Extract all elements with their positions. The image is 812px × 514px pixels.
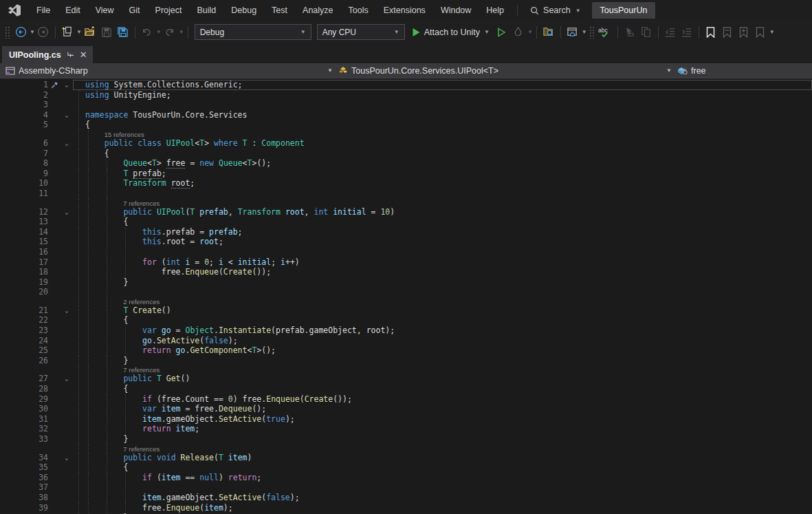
line-number[interactable]: 17 (0, 257, 48, 268)
save-all-button[interactable] (115, 24, 131, 41)
code-line[interactable]: 29 if (free.Count == 0) free.Enqueue(Cre… (0, 394, 812, 405)
fold-chevron-icon[interactable]: ⌄ (61, 110, 73, 120)
code-line[interactable]: 14 this.prefab = prefab; (0, 227, 812, 237)
solution-name-button[interactable]: TousPourUn (592, 2, 656, 19)
code-line[interactable]: 1⌄using System.Collections.Generic; (0, 80, 812, 90)
fold-chevron-icon[interactable]: ⌄ (61, 374, 73, 384)
increase-indent-button[interactable] (679, 24, 695, 41)
tab-uipooling[interactable]: UIPooling.cs ✕ (2, 46, 93, 63)
code-line[interactable]: 34⌄ public void Release(T item) (0, 453, 812, 463)
code-line[interactable]: 6⌄ public class UIPool<T> where T : Comp… (0, 138, 812, 149)
spell-check-button[interactable]: abc (597, 24, 614, 41)
new-project-dropdown[interactable]: ▼ (76, 29, 82, 35)
undo-dropdown[interactable]: ▼ (156, 29, 162, 35)
code-line[interactable]: 27⌄ public T Get() (0, 374, 812, 384)
line-number[interactable]: 32 (0, 424, 48, 434)
fold-chevron-icon[interactable]: ⌄ (61, 207, 73, 217)
next-bookmark-button[interactable] (736, 24, 752, 41)
code-line[interactable]: 18 free.Enqueue(Create()); (0, 267, 812, 277)
line-number[interactable]: 3 (0, 100, 48, 110)
code-line[interactable]: 36 if (item == null) return; (0, 473, 812, 483)
code-line[interactable]: 33 } (0, 434, 812, 445)
code-line[interactable]: 20 (0, 287, 812, 297)
line-number[interactable]: 35 (0, 462, 48, 473)
toolbar-grip[interactable] (589, 26, 595, 39)
menu-build[interactable]: Build (189, 1, 223, 19)
toggle-bookmark-button[interactable] (703, 24, 719, 41)
line-number[interactable]: 14 (0, 227, 48, 237)
code-line[interactable]: 5{ (0, 120, 812, 130)
menu-view[interactable]: View (88, 1, 122, 19)
menu-extensions[interactable]: Extensions (376, 1, 433, 19)
menu-tools[interactable]: Tools (341, 1, 376, 19)
line-number[interactable]: 31 (0, 414, 48, 425)
previous-bookmark-button[interactable] (719, 24, 736, 41)
line-number[interactable]: 16 (0, 247, 48, 257)
menu-project[interactable]: Project (148, 1, 190, 19)
line-number[interactable]: 33 (0, 434, 48, 445)
line-number[interactable]: 28 (0, 384, 48, 394)
start-without-debugging-button[interactable] (494, 24, 510, 41)
menu-window[interactable]: Window (433, 1, 479, 19)
code-line[interactable]: 26 } (0, 356, 812, 366)
code-line[interactable]: 24 go.SetActive(false); (0, 336, 812, 346)
navigate-back-button[interactable] (12, 24, 29, 41)
code-line[interactable]: 21⌄ T Create() (0, 306, 812, 316)
type-dropdown[interactable]: TousPourUn.Core.Services.UIPool<T> ▼ (338, 63, 677, 78)
duplicate-button[interactable] (638, 24, 655, 41)
code-line[interactable]: 4⌄namespace TousPourUn.Core.Services (0, 110, 812, 120)
menu-test[interactable]: Test (264, 1, 295, 19)
member-dropdown[interactable]: free (677, 63, 706, 78)
menu-debug[interactable]: Debug (223, 1, 264, 19)
line-number[interactable]: 11 (0, 189, 48, 199)
menu-file[interactable]: File (29, 1, 58, 19)
code-line[interactable]: 38 item.gameObject.SetActive(false); (0, 493, 812, 503)
redo-button[interactable] (162, 24, 178, 41)
attach-to-unity-button[interactable]: Attach to Unity ▼ (408, 28, 494, 37)
line-number[interactable]: 7 (0, 149, 48, 159)
line-number[interactable]: 9 (0, 169, 48, 179)
code-line[interactable]: 32 return item; (0, 424, 812, 434)
line-number[interactable]: 24 (0, 336, 48, 346)
line-number[interactable]: 22 (0, 315, 48, 325)
line-number[interactable]: 15 (0, 237, 48, 247)
line-number[interactable]: 1 (0, 80, 48, 90)
code-line[interactable]: 3 (0, 100, 812, 110)
line-number[interactable]: 2 (0, 90, 48, 100)
line-number[interactable]: 38 (0, 493, 48, 503)
undo-button[interactable] (139, 24, 155, 41)
line-number[interactable]: 27 (0, 374, 48, 384)
line-number[interactable]: 5 (0, 120, 48, 130)
line-number[interactable]: 36 (0, 473, 48, 483)
navigate-back-dropdown[interactable]: ▼ (30, 29, 35, 35)
selection-button[interactable] (622, 24, 638, 41)
save-button[interactable] (98, 24, 115, 41)
navigate-forward-button[interactable] (35, 24, 52, 41)
code-line[interactable]: 37 (0, 482, 812, 493)
menu-analyze[interactable]: Analyze (295, 1, 340, 19)
line-number[interactable]: 12 (0, 207, 48, 217)
line-number[interactable]: 20 (0, 287, 48, 297)
hot-reload-button[interactable] (510, 24, 527, 41)
line-number[interactable]: 37 (0, 482, 48, 493)
pin-icon[interactable] (67, 51, 74, 58)
toolbar-overflow-dropdown[interactable]: ▼ (769, 29, 775, 35)
code-line[interactable]: 19 } (0, 277, 812, 288)
browser-link-button[interactable] (564, 24, 581, 41)
fold-chevron-icon[interactable]: ⌄ (61, 306, 73, 316)
open-file-button[interactable] (82, 24, 98, 41)
attach-dropdown[interactable]: ▼ (484, 29, 490, 35)
hot-reload-dropdown[interactable]: ▼ (527, 29, 533, 35)
code-line[interactable]: 30 var item = free.Dequeue(); (0, 404, 812, 414)
redo-dropdown[interactable]: ▼ (179, 29, 184, 35)
code-line[interactable]: 9 T prefab; (0, 169, 812, 179)
solution-platform-combo[interactable]: Any CPU ▼ (317, 24, 405, 40)
fold-chevron-icon[interactable]: ⌄ (61, 138, 73, 149)
code-line[interactable]: 8 Queue<T> free = new Queue<T>(); (0, 158, 812, 169)
code-line[interactable]: 17 for (int i = 0; i < initial; i++) (0, 257, 812, 268)
code-line[interactable]: 23 var go = Object.Instantiate(prefab.ga… (0, 325, 812, 336)
solution-configuration-combo[interactable]: Debug ▼ (195, 24, 311, 40)
line-number[interactable]: 18 (0, 267, 48, 277)
project-dropdown[interactable]: Assembly-CSharp ▼ (0, 63, 338, 78)
toolbar-grip[interactable] (5, 26, 10, 39)
